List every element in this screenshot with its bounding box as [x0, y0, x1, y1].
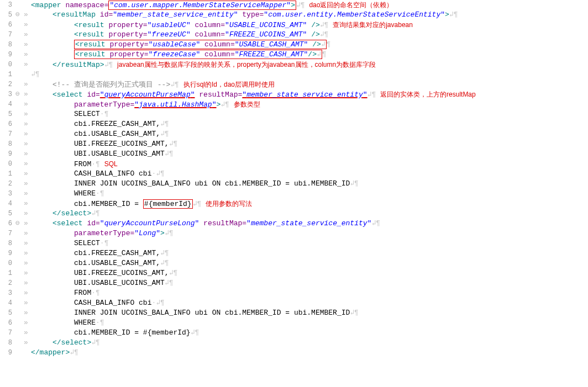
indent [31, 10, 53, 19]
text-token: UBI.USABLE_UCOINS_AMT [74, 279, 165, 287]
line-number: 3 [0, 89, 14, 99]
code-line: 4» CASH_BALA_INFO cbi·↲¶ [0, 298, 588, 308]
code-content: <!-- 查询是否能列为正式项目 -->↲¶ 执行sql的Id，dao层调用时使… [31, 79, 275, 90]
text-token: FROM [74, 289, 91, 297]
valout-token: " [225, 21, 229, 29]
indent [31, 289, 74, 297]
indent [31, 81, 53, 89]
indent-guide: » [21, 109, 31, 119]
indent [31, 100, 74, 109]
ws-token: ↲¶ [160, 120, 169, 128]
ws-token: ·¶ [91, 160, 104, 168]
attr-token: namespace= [65, 1, 108, 9]
ann-token: 参数类型 [234, 100, 260, 108]
attr-token: parameterType= [74, 229, 134, 237]
fold-marker[interactable]: ⊖ [14, 219, 21, 229]
line-number: 6 [0, 20, 14, 30]
val-token: queryAccountPurseMap [104, 91, 191, 99]
code-content: UBI.USABLE_UCOINS_AMT↲¶ [31, 149, 173, 159]
fold-marker[interactable]: ⊖ [14, 10, 21, 20]
ws-token: ·¶ [100, 110, 109, 118]
code-content: cbi.MEMBER_ID = #{memberId}↲¶ [31, 328, 199, 338]
indent-guide: » [21, 169, 31, 179]
line-number: 5 [0, 10, 14, 20]
tag-token: </select> [53, 209, 91, 218]
code-content: <select id="queryAccountPurseMap" result… [31, 89, 476, 100]
line-number: 8 [0, 139, 14, 149]
indent [31, 299, 74, 307]
valout-token: " [134, 100, 139, 109]
indent-guide: » [21, 298, 31, 308]
code-content: SELECT·¶ [31, 238, 108, 248]
attr-token: resultMap= [195, 91, 243, 99]
tag-token: </resultMap> [53, 61, 104, 69]
code-content: parameterType="java.util.HashMap">↲¶ 参数类… [31, 99, 260, 110]
text-token: #{memberId} [144, 200, 192, 208]
valout-token: " [100, 91, 104, 99]
tag-token: <result [74, 21, 108, 29]
tag-token: <mapper [31, 1, 65, 9]
code-line: 7» parameterType="Long">↲¶ [0, 229, 588, 238]
tag-token: /> [307, 30, 319, 39]
indent [31, 328, 74, 337]
valout-token: " [234, 10, 243, 19]
ws-token: ·¶ [96, 319, 104, 327]
val-token: Long [139, 229, 156, 237]
indent-guide: » [21, 308, 31, 318]
code-line: 8» </select>↲¶ [0, 338, 588, 348]
tag-token: > [160, 229, 165, 237]
line-number: 4 [0, 199, 14, 209]
indent-guide: » [21, 199, 31, 209]
ws-token: ¶ [327, 40, 331, 49]
indent [31, 189, 74, 198]
indent-guide: » [21, 258, 31, 268]
valout-token: " [242, 91, 246, 99]
code-content: </mapper>↲¶ [31, 348, 78, 358]
line-number: 7 [0, 328, 14, 338]
tag-token: </select> [53, 338, 91, 347]
code-line: 8» SELECT·¶ [0, 238, 588, 248]
ws-token: ↲¶ [320, 21, 333, 29]
line-number: 9 [0, 50, 14, 60]
code-content: SELECT·¶ [31, 109, 108, 119]
line-number: 2 [0, 79, 14, 89]
code-line: 9» cbi.FREEZE_CASH_AMT,↲¶ [0, 248, 588, 258]
indent [31, 269, 74, 277]
code-line: 5» </select>↲¶ [0, 209, 588, 219]
ws-token: ¶ [322, 50, 327, 59]
indent [31, 239, 74, 247]
code-content: <resultMap id="member_state_service_enti… [31, 10, 458, 20]
indent [31, 309, 74, 317]
ws-token: ↲¶ [169, 140, 178, 148]
val-token: usableUC [151, 21, 186, 29]
indent [31, 259, 74, 267]
indent-guide: » [21, 278, 31, 288]
attr-token: parameterType= [74, 100, 134, 109]
underline-annotation: "java.util.HashMap" [134, 100, 216, 109]
code-content: CASH_BALA_INFO cbi·↲¶ [31, 169, 165, 179]
code-content: UBI.FREEZE_UCOINS_AMT,↲¶ [31, 139, 177, 149]
code-line: 3<mapper namespace="com.user.mapper.Memb… [0, 0, 588, 10]
indent [31, 150, 74, 158]
code-line: 9» <result property="freezeCase" column=… [0, 50, 588, 60]
code-line: 9» UBI.USABLE_UCOINS_AMT↲¶ [0, 149, 588, 159]
fold-marker[interactable]: ⊖ [14, 89, 21, 99]
indent-guide: » [21, 229, 31, 238]
indent [31, 110, 74, 118]
attr-token: id= [87, 219, 99, 227]
ws-token: ↲¶ [371, 219, 380, 227]
valout-token: " [191, 91, 195, 99]
code-content: <mapper namespace="com.user.mapper.Membe… [31, 0, 393, 10]
code-line: 5» SELECT·¶ [0, 109, 588, 119]
indent [31, 91, 53, 99]
val-token: member_state_service_entity [246, 91, 363, 99]
underline-annotation: "member_state_service_entity" [242, 91, 367, 99]
val-token: member_state_service_entity [251, 219, 368, 227]
code-content: INNER JOIN UCOINS_BALA_INFO ubi ON cbi.M… [31, 308, 359, 318]
line-number: 6 [0, 318, 14, 328]
ws-token: ↲¶ [160, 259, 169, 267]
tag-token: <result [75, 40, 109, 49]
val-token: java.util.HashMap [139, 100, 212, 109]
indent [31, 30, 74, 39]
line-number: 2 [0, 278, 14, 288]
